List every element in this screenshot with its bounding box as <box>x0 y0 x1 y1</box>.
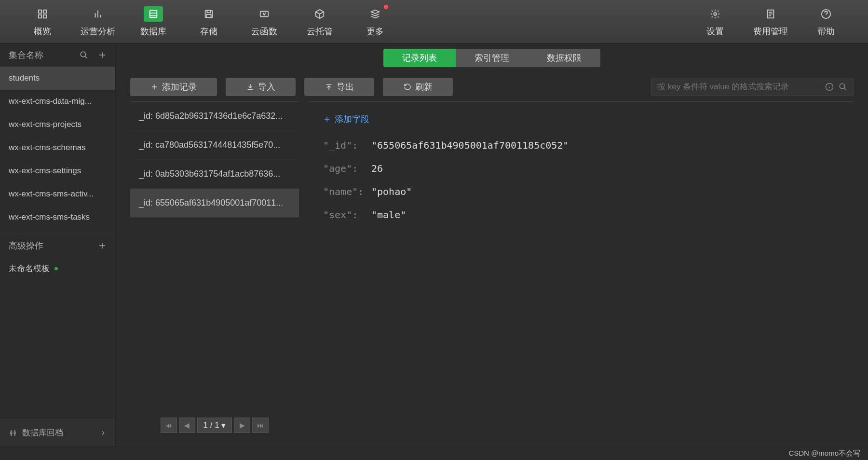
add-collection-icon[interactable] <box>98 51 107 59</box>
field-row[interactable]: "name":"pohao" <box>323 186 839 197</box>
svg-rect-1 <box>43 10 46 13</box>
collection-item[interactable]: wx-ext-cms-settings <box>0 159 115 182</box>
status-dot-icon <box>54 267 58 270</box>
records-column: _id: 6d85a2b96317436d1e6c7a632..._id: ca… <box>130 101 299 437</box>
gear-icon <box>705 6 725 22</box>
svg-rect-2 <box>38 14 41 17</box>
svg-point-36 <box>840 84 845 89</box>
advanced-title: 高级操作 <box>9 240 43 251</box>
page-label[interactable]: 1 / 1 ▾ <box>197 418 232 433</box>
svg-rect-3 <box>43 14 46 17</box>
nav-label: 云托管 <box>307 26 333 37</box>
svg-rect-0 <box>38 10 41 13</box>
nav-left-1[interactable]: 运营分析 <box>70 2 125 41</box>
advanced-header: 高级操作 <box>0 234 115 257</box>
db-rollback-button[interactable]: 数据库回档 <box>0 418 115 446</box>
field-row[interactable]: "sex":"male" <box>323 209 839 221</box>
nav-label: 费用管理 <box>753 26 788 37</box>
refresh-button[interactable]: 刷新 <box>383 78 453 96</box>
collections-header: 集合名称 <box>0 43 115 67</box>
page-first-button[interactable]: ⏮ <box>161 418 177 433</box>
import-button[interactable]: 导入 <box>226 78 296 96</box>
record-item[interactable]: _id: 0ab5303b631754af1acb87636... <box>130 160 299 189</box>
notification-badge <box>384 5 388 9</box>
pagination: ⏮ ◀ 1 / 1 ▾ ▶ ⏭ <box>130 414 299 437</box>
nav-label: 设置 <box>706 26 724 37</box>
collection-item[interactable]: wx-ext-cms-sms-activ... <box>0 182 115 206</box>
top-nav: 概览运营分析数据库存储云函数云托管更多 设置费用管理帮助 <box>0 0 868 43</box>
svg-rect-11 <box>207 10 210 13</box>
collection-item[interactable]: wx-ext-cms-data-mig... <box>0 90 115 113</box>
svg-line-37 <box>844 88 846 90</box>
footer-watermark: CSDN @momo不会写 <box>0 446 868 460</box>
nav-right-0[interactable]: 设置 <box>687 2 743 41</box>
fx-icon <box>255 6 274 22</box>
db-icon <box>144 6 163 22</box>
field-row[interactable]: "_id":"655065af631b4905001af7001185c052" <box>323 139 839 151</box>
svg-rect-12 <box>206 14 211 17</box>
nav-label: 数据库 <box>140 26 166 37</box>
collection-item[interactable]: wx-ext-cms-sms-tasks <box>0 206 115 229</box>
nav-left-5[interactable]: 云托管 <box>292 2 347 41</box>
nav-label: 运营分析 <box>81 26 115 37</box>
nav-label: 存储 <box>200 26 217 37</box>
nav-right-2[interactable]: 帮助 <box>798 2 854 41</box>
chevron-right-icon <box>100 430 107 436</box>
page-prev-button[interactable]: ◀ <box>179 418 195 433</box>
svg-point-21 <box>81 52 86 57</box>
record-item[interactable]: _id: 655065af631b4905001af70011... <box>130 189 299 218</box>
svg-rect-7 <box>149 10 157 17</box>
field-value: "pohao" <box>371 186 412 197</box>
add-record-button[interactable]: 添加记录 <box>130 78 217 96</box>
info-icon[interactable] <box>825 83 834 91</box>
nav-label: 概览 <box>34 26 51 37</box>
field-value: "male" <box>371 209 406 221</box>
nav-label: 更多 <box>366 26 384 37</box>
rollback-label: 数据库回档 <box>22 427 63 438</box>
stack-icon <box>366 6 385 22</box>
field-value: 26 <box>371 163 383 174</box>
field-key: "_id": <box>323 139 371 151</box>
record-item[interactable]: _id: 6d85a2b96317436d1e6c7a632... <box>130 102 299 131</box>
collections-title: 集合名称 <box>9 49 43 61</box>
nav-left-2[interactable]: 数据库 <box>125 2 181 41</box>
sidebar: 集合名称 studentswx-ext-cms-data-mig...wx-ex… <box>0 43 116 446</box>
receipt-icon <box>761 6 780 22</box>
svg-point-14 <box>714 13 717 15</box>
collection-item[interactable]: students <box>0 67 115 90</box>
nav-left-0[interactable]: 概览 <box>14 2 70 41</box>
help-icon <box>816 6 836 22</box>
nav-left-6[interactable]: 更多 <box>347 2 403 41</box>
field-key: "age": <box>323 163 371 174</box>
tab-2[interactable]: 数据权限 <box>528 49 600 67</box>
grid-icon <box>33 6 52 22</box>
field-row[interactable]: "age":26 <box>323 163 839 174</box>
nav-right-1[interactable]: 费用管理 <box>743 2 798 41</box>
svg-rect-13 <box>260 11 268 16</box>
nav-label: 云函数 <box>251 26 277 37</box>
export-button[interactable]: 导出 <box>304 78 374 96</box>
search-field[interactable] <box>657 82 825 92</box>
bars-icon <box>88 6 108 22</box>
collection-item[interactable]: wx-ext-cms-projects <box>0 113 115 136</box>
nav-left-3[interactable]: 存储 <box>181 2 236 41</box>
nav-left-4[interactable]: 云函数 <box>236 2 292 41</box>
page-next-button[interactable]: ▶ <box>234 418 250 433</box>
record-detail: 添加字段 "_id":"655065af631b4905001af7001185… <box>309 101 854 437</box>
template-item[interactable]: 未命名模板 <box>0 257 115 280</box>
add-field-button[interactable]: 添加字段 <box>323 113 839 125</box>
search-input[interactable] <box>651 78 854 96</box>
field-key: "sex": <box>323 209 371 221</box>
nav-label: 帮助 <box>817 26 835 37</box>
template-label: 未命名模板 <box>9 263 50 274</box>
record-item[interactable]: _id: ca780ad5631744481435f5e70... <box>130 131 299 160</box>
tab-0[interactable]: 记录列表 <box>383 49 456 67</box>
collection-item[interactable]: wx-ext-cms-schemas <box>0 136 115 159</box>
search-go-icon[interactable] <box>839 83 847 91</box>
add-template-icon[interactable] <box>98 241 107 250</box>
tab-1[interactable]: 索引管理 <box>456 49 528 67</box>
field-key: "name": <box>323 186 371 197</box>
search-icon[interactable] <box>80 51 88 59</box>
page-last-button[interactable]: ⏭ <box>252 418 269 433</box>
save-icon <box>199 6 218 22</box>
